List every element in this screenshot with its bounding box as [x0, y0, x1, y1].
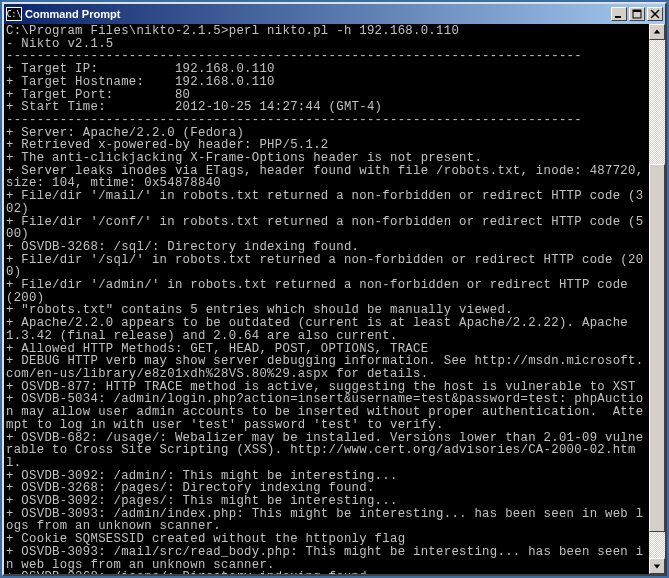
titlebar[interactable]: C:\ Command Prompt — [4, 4, 665, 24]
scroll-track[interactable] — [649, 40, 665, 558]
minimize-button[interactable] — [611, 7, 627, 21]
scroll-down-button[interactable] — [649, 558, 665, 574]
cmd-icon: C:\ — [6, 7, 22, 21]
maximize-button[interactable] — [629, 7, 645, 21]
terminal-output[interactable]: C:\Program Files\nikto-2.1.5>perl nikto.… — [4, 24, 649, 574]
terminal-area: C:\Program Files\nikto-2.1.5>perl nikto.… — [4, 24, 665, 574]
close-button[interactable] — [647, 7, 663, 21]
scroll-thumb[interactable] — [649, 164, 665, 532]
window-controls — [611, 7, 663, 21]
svg-rect-0 — [615, 16, 621, 18]
command-prompt-window: C:\ Command Prompt C:\Program Files\nikt… — [2, 2, 667, 576]
window-title: Command Prompt — [25, 8, 611, 20]
svg-rect-2 — [633, 10, 641, 12]
vertical-scrollbar — [649, 24, 665, 574]
scroll-up-button[interactable] — [649, 24, 665, 40]
